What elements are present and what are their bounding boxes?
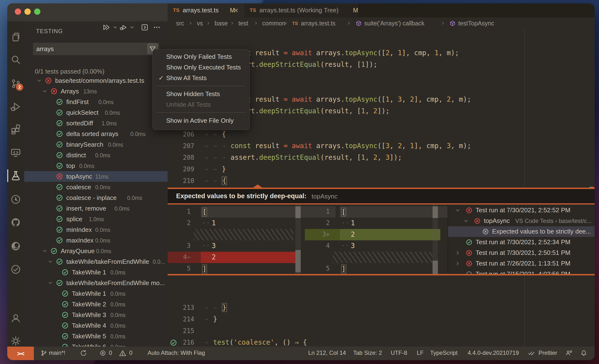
pass-icon[interactable]: [56, 130, 63, 138]
chevron-down-icon[interactable]: [42, 88, 48, 94]
test-tree-item[interactable]: coalesce - inplace0.0ms: [24, 192, 168, 203]
code-line-208[interactable]: 208→→→assert.deepStrictEqual(result, [1,…: [168, 152, 595, 164]
breadcrumb-item[interactable]: src: [176, 20, 184, 27]
diff-original-pane[interactable]: 1[2··13··34−··25]: [168, 204, 301, 274]
chevron-right-icon[interactable]: [455, 261, 461, 266]
fail-icon[interactable]: [44, 77, 52, 84]
fail-icon[interactable]: [56, 173, 63, 180]
test-run-item[interactable]: Test run at 7/26/2021, 1:13:51 PM: [448, 258, 595, 269]
remote-explorer-icon[interactable]: [9, 146, 22, 159]
ellipsis-icon[interactable]: [152, 23, 162, 32]
chevron-down-icon[interactable]: [455, 207, 461, 213]
code-line-206[interactable]: 206→→{: [168, 129, 595, 140]
pass-icon[interactable]: [56, 204, 63, 212]
menu-item[interactable]: Show Only Executed Tests: [155, 62, 247, 73]
test-tree-item[interactable]: TakeWhile 10.0ms: [24, 288, 168, 299]
branch-icon[interactable]: [40, 349, 48, 357]
test-tree-item[interactable]: ArrayQueue0.0ms: [24, 246, 168, 256]
tab-arrays-test-ts[interactable]: TSarrays.test.tsM: [168, 3, 245, 18]
bell-icon[interactable]: [580, 349, 588, 357]
chevron-down-icon[interactable]: [47, 259, 53, 265]
version[interactable]: 4.4.0-dev.20210719: [468, 349, 519, 356]
test-run-item[interactable]: Test run at 7/15/2021, 4:02:56 PM: [448, 269, 595, 274]
pass-icon[interactable]: [61, 290, 69, 297]
debug-all-icon[interactable]: [119, 23, 128, 32]
pass-icon[interactable]: [56, 194, 63, 202]
scrollbar-slider[interactable]: [295, 206, 301, 218]
pass-icon[interactable]: [56, 109, 63, 116]
double-check-icon[interactable]: [528, 349, 536, 357]
pass-icon[interactable]: [56, 215, 63, 223]
github-icon[interactable]: [9, 216, 22, 229]
warning-count[interactable]: 0: [129, 349, 132, 356]
test-run-item[interactable]: Expected values to be strictly dee...: [448, 226, 595, 237]
test-tree-item[interactable]: sortedDiff1.0ms: [24, 118, 168, 129]
pass-icon[interactable]: [56, 236, 63, 244]
pass-icon[interactable]: [61, 300, 69, 308]
code-line-207[interactable]: 207→→→const result = await arrays.topAsy…: [168, 140, 595, 152]
breadcrumb-item[interactable]: suite('Arrays') callback: [364, 20, 424, 27]
chevron-right-icon[interactable]: [455, 250, 461, 256]
formatter[interactable]: Prettier: [538, 349, 557, 356]
encoding[interactable]: UTF-8: [391, 349, 407, 356]
pass-icon[interactable]: [56, 151, 63, 159]
pass-icon[interactable]: [56, 258, 63, 266]
code-line-209[interactable]: 209→→}: [168, 164, 595, 175]
error-status-icon[interactable]: [99, 349, 107, 357]
chevron-down-icon[interactable]: [463, 218, 469, 224]
verified-check-icon[interactable]: [9, 263, 22, 276]
auto-attach[interactable]: Auto Attach: With Flag: [148, 349, 205, 356]
run-debug-icon[interactable]: [9, 100, 22, 113]
testing-beaker-icon[interactable]: [9, 169, 22, 182]
pass-icon[interactable]: [61, 343, 69, 346]
run-all-icon[interactable]: [102, 23, 111, 32]
menu-item[interactable]: Unhide All Tests: [155, 99, 247, 110]
test-tree-item[interactable]: delta sorted arrays0.0ms: [24, 129, 168, 139]
menu-item[interactable]: Show in Active File Only: [155, 115, 247, 126]
remote-indicator[interactable]: ><: [7, 346, 34, 360]
pass-icon[interactable]: [56, 279, 63, 287]
test-tree-item[interactable]: takeWhile/takeFromEndWhile mo...: [24, 278, 168, 288]
edge-browser-icon[interactable]: [9, 240, 22, 253]
test-tree-item[interactable]: binarySearch0.0ms: [24, 139, 168, 150]
fail-icon[interactable]: [50, 87, 58, 95]
error-count[interactable]: 0: [109, 349, 112, 356]
scrollbar-slider[interactable]: [295, 250, 301, 272]
test-tree-item[interactable]: Arrays13ms: [24, 86, 168, 97]
test-tree-item[interactable]: TakeWhile 60.0ms: [24, 341, 168, 346]
test-tree-item[interactable]: takeWhile/takeFromEndWhile0.0...: [24, 256, 168, 267]
scrollbar-slider[interactable]: [432, 206, 438, 218]
test-tree-item[interactable]: top0.0ms: [24, 160, 168, 171]
menu-item[interactable]: Show Only Failed Tests: [155, 51, 247, 62]
test-tree-item[interactable]: distinct0.0ms: [24, 150, 168, 160]
eol[interactable]: LF: [417, 349, 424, 356]
chevron-down-icon[interactable]: [36, 78, 42, 83]
scrollbar-slider[interactable]: [432, 261, 438, 274]
test-tree-item[interactable]: insert, remove0.0ms: [24, 203, 168, 214]
pass-icon[interactable]: [56, 98, 63, 106]
test-run-item[interactable]: topAsyncVS Code Tests › base/test/c...: [448, 216, 595, 226]
pass-icon[interactable]: [50, 247, 58, 255]
test-tree-item[interactable]: splice1.0ms: [24, 214, 168, 224]
test-tree-item[interactable]: TakeWhile 10.0ms: [24, 267, 168, 278]
files-icon[interactable]: [9, 30, 22, 44]
test-tree-item[interactable]: TakeWhile 20.0ms: [24, 299, 168, 310]
test-tree-item[interactable]: base/test/common/arrays.test.ts13ms: [24, 75, 168, 86]
breadcrumb-item[interactable]: common: [262, 20, 285, 27]
diff-modified-pane[interactable]: 1[2··13+··24··35]: [305, 204, 440, 274]
test-tree-item[interactable]: TakeWhile 40.0ms: [24, 320, 168, 331]
test-filter-input[interactable]: arrays: [33, 43, 159, 55]
branch-name[interactable]: main*!: [49, 349, 65, 356]
tab-arrays-test-ts--Working-Tree-[interactable]: TSarrays.test.ts (Working Tree)M: [244, 3, 359, 18]
code-line-213[interactable]: 213→→}: [168, 302, 595, 314]
chevron-down-icon[interactable]: [47, 280, 53, 286]
pass-icon[interactable]: [56, 226, 63, 234]
chevron-down-icon[interactable]: [42, 248, 48, 254]
cursor-position[interactable]: Ln 212, Col 14: [308, 349, 346, 356]
warning-status-icon[interactable]: [119, 349, 127, 357]
account-icon[interactable]: [9, 311, 22, 325]
language-mode[interactable]: TypeScript: [430, 349, 458, 356]
search-icon[interactable]: [9, 53, 22, 67]
test-run-item[interactable]: Test run at 7/30/2021, 2:52:52 PM: [448, 205, 595, 216]
feedback-icon[interactable]: [565, 349, 573, 357]
